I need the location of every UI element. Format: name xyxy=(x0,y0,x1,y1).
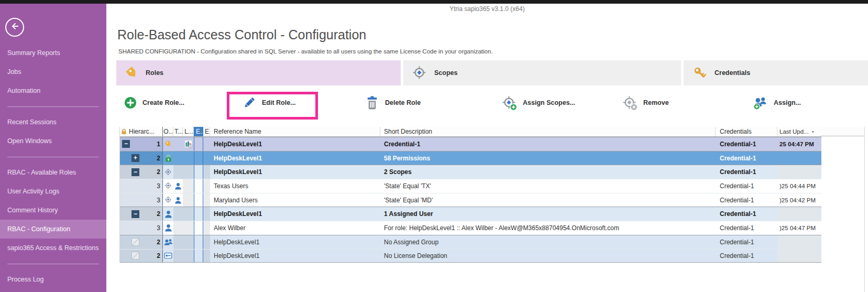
link-cell xyxy=(183,221,194,235)
credentials-cell: Credential-1 xyxy=(716,250,777,263)
sidebar-item-recent-sessions[interactable]: Recent Sessions xyxy=(0,113,106,132)
hierarchy-level: 3 xyxy=(157,197,160,204)
object-type-cell xyxy=(163,193,173,207)
tab-roles[interactable]: Roles xyxy=(116,60,401,85)
column-header-hierarc[interactable]: Hierarc... xyxy=(120,127,163,136)
credentials-cell: Credential-1 xyxy=(716,193,777,207)
spacer-cell xyxy=(203,193,210,207)
table-right-edge xyxy=(864,127,865,292)
reference-name-cell: HelpDeskLevel1 xyxy=(210,137,380,151)
key-icon xyxy=(693,66,708,81)
column-header-t[interactable]: T... xyxy=(173,127,183,136)
tab-scopes[interactable]: Scopes xyxy=(403,60,681,85)
reference-name-cell: HelpDeskLevel1 xyxy=(210,165,380,179)
table-row[interactable]: −2HelpDeskLevel11 Assigned UserCredentia… xyxy=(120,207,821,221)
tab-credentials[interactable]: Credentials xyxy=(684,60,868,85)
sidebar-item-automation[interactable]: Automation xyxy=(0,81,106,100)
hierarchy-level: 2 xyxy=(157,239,160,246)
hierarchy-cell: −2 xyxy=(120,207,163,221)
remove-button[interactable]: Remove xyxy=(622,86,669,119)
delete-role-button[interactable]: Delete Role xyxy=(365,86,421,119)
assign-button[interactable]: Assign... xyxy=(753,86,801,119)
sidebar-item-open-windows[interactable]: Open Windows xyxy=(0,132,106,150)
reference-name-cell: HelpDeskLevel1 xyxy=(210,235,380,249)
object-type-cell xyxy=(163,235,173,249)
table-row[interactable]: 2HelpDeskLevel1No License DelegationCred… xyxy=(120,249,821,263)
tab-label: Credentials xyxy=(715,69,750,77)
column-header-reference-name[interactable]: Reference Name xyxy=(210,127,380,136)
sidebar-item-user-activity-logs[interactable]: User Activity Logs xyxy=(0,182,106,201)
last-updated-cell: 25 04:47 PM xyxy=(777,137,821,151)
people-plus-icon xyxy=(753,96,768,110)
column-header-l[interactable]: L... xyxy=(183,127,194,136)
credentials-cell: Credential-1 xyxy=(716,207,777,221)
object-type-cell xyxy=(163,179,173,193)
edit-role-button[interactable]: Edit Role... xyxy=(242,86,296,119)
selected-column-cell xyxy=(194,250,203,263)
page-subtitle: SHARED CONFIGURATION - Configuration sha… xyxy=(118,48,493,55)
sidebar-item-process-log[interactable]: Process Log xyxy=(0,270,106,289)
assign-scopes-button[interactable]: Assign Scopes... xyxy=(502,86,575,119)
sidebar-item-rbac-available-roles[interactable]: RBAC - Available Roles xyxy=(0,163,106,182)
collapse-toggle[interactable]: − xyxy=(122,140,130,148)
sidebar-item-comment-history[interactable]: Comment History xyxy=(0,201,106,220)
spacer-cell xyxy=(203,137,210,151)
target-icon xyxy=(164,182,172,190)
plus-circle-icon xyxy=(124,96,137,109)
link-cell xyxy=(183,179,194,193)
sidebar-item-sapio365-access-restrictions[interactable]: sapio365 Access & Restrictions xyxy=(0,239,106,257)
last-updated-cell xyxy=(777,207,821,221)
people-icon xyxy=(164,239,173,246)
short-description-cell: Credential-1 xyxy=(380,137,716,151)
table-row[interactable]: 2HelpDeskLevel1No Assigned GroupCredenti… xyxy=(120,235,821,249)
table-row[interactable]: 3 Maryland Users'State' Equal 'MD'Creden… xyxy=(120,193,821,207)
app-window: Ytria sapio365 v3.1.0 (x64) Summary Repo… xyxy=(0,0,868,292)
person-icon xyxy=(164,224,172,232)
column-header-o[interactable]: O... xyxy=(163,127,173,136)
link-cell xyxy=(183,152,194,165)
person-icon xyxy=(164,210,172,218)
selected-column-cell xyxy=(194,179,203,193)
collapse-toggle[interactable]: − xyxy=(131,210,139,218)
column-header-short-description[interactable]: Short Description xyxy=(380,127,716,136)
lock-icon xyxy=(121,128,127,135)
reference-name-cell: HelpDeskLevel1 xyxy=(210,250,380,263)
type-cell xyxy=(173,179,183,193)
page-title: Role-Based Access Control - Configuratio… xyxy=(117,27,366,42)
table-row[interactable]: +2HelpDeskLevel158 PermissionsCredential… xyxy=(120,151,821,165)
sidebar-item-rbac-configuration[interactable]: RBAC - Configuration xyxy=(0,220,106,239)
credentials-cell: Credential-1 xyxy=(716,137,777,151)
expand-toggle[interactable]: + xyxy=(131,154,139,162)
back-button[interactable] xyxy=(5,18,24,37)
object-type-cell xyxy=(163,137,173,151)
tag-icon xyxy=(125,66,139,80)
object-type-cell xyxy=(163,152,173,165)
create-role-button[interactable]: Create Role... xyxy=(124,86,184,119)
reference-name-cell: Maryland Users xyxy=(210,193,380,207)
column-header-credentials[interactable]: Credentials xyxy=(716,127,777,136)
last-updated-cell: )25 04:44 PM xyxy=(777,179,821,193)
column-header-e[interactable]: E... xyxy=(203,127,210,136)
sidebar-item-summary-reports[interactable]: Summary Reports xyxy=(0,44,106,62)
column-header-last-upd[interactable]: Last Upd...▾ xyxy=(777,127,821,136)
table-row[interactable]: 3 Texas Users'State' Equal 'TX'Credentia… xyxy=(120,179,821,193)
credentials-cell: Credential-1 xyxy=(716,235,777,249)
object-type-cell xyxy=(163,207,173,221)
toolbar-label: Remove xyxy=(643,99,669,106)
column-header-e[interactable]: E... xyxy=(194,127,203,136)
link-cell xyxy=(183,235,194,249)
toolbar-label: Assign Scopes... xyxy=(523,99,575,106)
link-cell xyxy=(183,250,194,263)
sidebar-item-jobs[interactable]: Jobs xyxy=(0,62,106,81)
app-title: Ytria sapio365 v3.1.0 (x64) xyxy=(106,5,868,13)
hierarchy-level: 2 xyxy=(157,168,160,176)
table-row[interactable]: −1HelpDeskLevel1Credential-1Credential-1… xyxy=(120,137,821,151)
collapse-toggle[interactable]: − xyxy=(131,168,139,176)
link-cell xyxy=(183,165,194,179)
person-icon xyxy=(174,197,182,204)
pencil-icon xyxy=(242,96,256,110)
tab-label: Scopes xyxy=(434,69,457,77)
short-description-cell: 58 Permissions xyxy=(380,152,716,165)
table-row[interactable]: −2 HelpDeskLevel12 ScopesCredential-1 xyxy=(120,165,821,179)
table-row[interactable]: 3Alex WilberFor role: HelpDeskLevel1 :: … xyxy=(120,221,821,235)
